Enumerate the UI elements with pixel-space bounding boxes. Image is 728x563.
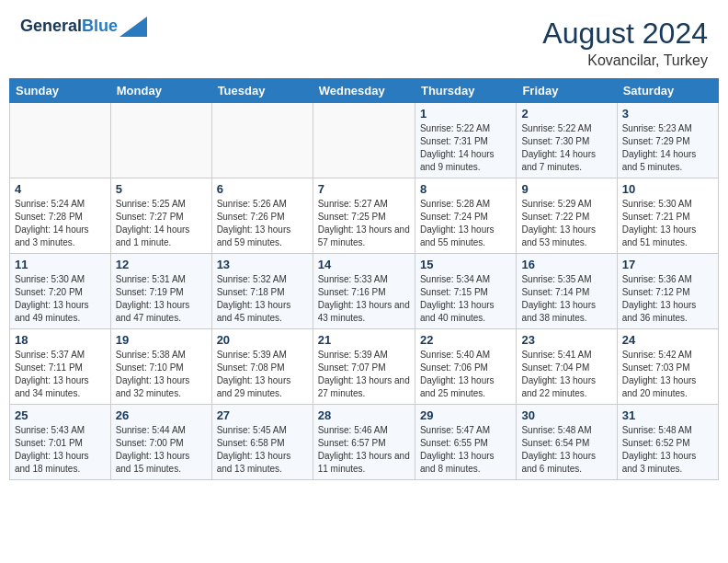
table-row: 26 Sunrise: 5:44 AMSunset: 7:00 PMDaylig… [110,405,211,480]
table-row: 27 Sunrise: 5:45 AMSunset: 6:58 PMDaylig… [211,405,313,480]
table-row: 4 Sunrise: 5:24 AMSunset: 7:28 PMDayligh… [10,178,111,254]
day-info: Sunrise: 5:32 AMSunset: 7:18 PMDaylight:… [217,273,308,325]
day-number: 18 [15,333,106,347]
day-number: 6 [217,182,308,196]
col-saturday: Saturday [617,79,718,103]
day-number: 20 [217,333,308,347]
day-number: 30 [521,408,611,422]
day-number: 25 [15,408,106,422]
day-info: Sunrise: 5:48 AMSunset: 6:52 PMDaylight:… [622,424,713,476]
day-number: 13 [217,258,308,271]
day-info: Sunrise: 5:40 AMSunset: 7:06 PMDaylight:… [420,349,511,400]
day-info: Sunrise: 5:38 AMSunset: 7:10 PMDaylight:… [116,349,207,400]
day-info: Sunrise: 5:26 AMSunset: 7:26 PMDaylight:… [217,198,308,249]
location: Kovancilar, Turkey [542,52,708,69]
table-row: 17 Sunrise: 5:36 AMSunset: 7:12 PMDaylig… [617,254,718,329]
day-info: Sunrise: 5:39 AMSunset: 7:08 PMDaylight:… [217,349,308,400]
table-row: 23 Sunrise: 5:41 AMSunset: 7:04 PMDaylig… [517,329,617,405]
table-row: 29 Sunrise: 5:47 AMSunset: 6:55 PMDaylig… [415,405,516,480]
table-row: 12 Sunrise: 5:31 AMSunset: 7:19 PMDaylig… [110,254,211,329]
day-info: Sunrise: 5:41 AMSunset: 7:04 PMDaylight:… [521,349,611,400]
table-row: 19 Sunrise: 5:38 AMSunset: 7:10 PMDaylig… [110,329,211,405]
col-thursday: Thursday [415,79,516,103]
day-info: Sunrise: 5:34 AMSunset: 7:15 PMDaylight:… [420,273,511,325]
month-year: August 2024 [542,17,708,51]
table-row: 21 Sunrise: 5:39 AMSunset: 7:07 PMDaylig… [313,329,415,405]
calendar-week-row: 1 Sunrise: 5:22 AMSunset: 7:31 PMDayligh… [10,103,719,178]
day-number: 23 [521,333,611,347]
table-row: 30 Sunrise: 5:48 AMSunset: 6:54 PMDaylig… [517,405,617,480]
calendar-week-row: 18 Sunrise: 5:37 AMSunset: 7:11 PMDaylig… [10,329,719,405]
table-row: 8 Sunrise: 5:28 AMSunset: 7:24 PMDayligh… [415,178,516,254]
table-row: 10 Sunrise: 5:30 AMSunset: 7:21 PMDaylig… [617,178,718,254]
day-info: Sunrise: 5:22 AMSunset: 7:30 PMDaylight:… [521,122,611,174]
calendar-week-row: 11 Sunrise: 5:30 AMSunset: 7:20 PMDaylig… [10,254,719,329]
logo-icon [119,17,147,37]
day-info: Sunrise: 5:30 AMSunset: 7:20 PMDaylight:… [15,273,106,325]
day-number: 4 [15,182,106,196]
table-row: 22 Sunrise: 5:40 AMSunset: 7:06 PMDaylig… [415,329,516,405]
day-number: 2 [521,107,611,121]
title-block: August 2024 Kovancilar, Turkey [542,17,708,69]
day-number: 27 [217,408,308,422]
day-info: Sunrise: 5:44 AMSunset: 7:00 PMDaylight:… [116,424,207,476]
day-info: Sunrise: 5:24 AMSunset: 7:28 PMDaylight:… [15,198,106,249]
table-row: 11 Sunrise: 5:30 AMSunset: 7:20 PMDaylig… [10,254,111,329]
table-row [313,103,415,178]
col-friday: Friday [517,79,617,103]
day-number: 5 [116,182,207,196]
day-number: 8 [420,182,511,196]
calendar-table: Sunday Monday Tuesday Wednesday Thursday… [9,78,719,480]
calendar-week-row: 4 Sunrise: 5:24 AMSunset: 7:28 PMDayligh… [10,178,719,254]
day-number: 28 [318,408,410,422]
day-info: Sunrise: 5:27 AMSunset: 7:25 PMDaylight:… [318,198,410,249]
day-info: Sunrise: 5:43 AMSunset: 7:01 PMDaylight:… [15,424,106,476]
day-info: Sunrise: 5:30 AMSunset: 7:21 PMDaylight:… [622,198,713,249]
day-number: 29 [420,408,511,422]
day-info: Sunrise: 5:42 AMSunset: 7:03 PMDaylight:… [622,349,713,400]
table-row: 31 Sunrise: 5:48 AMSunset: 6:52 PMDaylig… [617,405,718,480]
table-row: 7 Sunrise: 5:27 AMSunset: 7:25 PMDayligh… [313,178,415,254]
table-row: 9 Sunrise: 5:29 AMSunset: 7:22 PMDayligh… [517,178,617,254]
table-row: 14 Sunrise: 5:33 AMSunset: 7:16 PMDaylig… [313,254,415,329]
day-info: Sunrise: 5:48 AMSunset: 6:54 PMDaylight:… [521,424,611,476]
day-info: Sunrise: 5:46 AMSunset: 6:57 PMDaylight:… [318,424,410,476]
day-info: Sunrise: 5:31 AMSunset: 7:19 PMDaylight:… [116,273,207,325]
col-tuesday: Tuesday [211,79,313,103]
day-info: Sunrise: 5:47 AMSunset: 6:55 PMDaylight:… [420,424,511,476]
day-number: 1 [420,107,511,121]
logo: GeneralBlue [20,17,147,37]
table-row: 16 Sunrise: 5:35 AMSunset: 7:14 PMDaylig… [517,254,617,329]
table-row: 24 Sunrise: 5:42 AMSunset: 7:03 PMDaylig… [617,329,718,405]
day-info: Sunrise: 5:23 AMSunset: 7:29 PMDaylight:… [622,122,713,174]
day-number: 31 [622,408,713,422]
table-row: 13 Sunrise: 5:32 AMSunset: 7:18 PMDaylig… [211,254,313,329]
day-info: Sunrise: 5:37 AMSunset: 7:11 PMDaylight:… [15,349,106,400]
day-number: 22 [420,333,511,347]
day-number: 26 [116,408,207,422]
day-info: Sunrise: 5:35 AMSunset: 7:14 PMDaylight:… [521,273,611,325]
col-wednesday: Wednesday [313,79,415,103]
day-number: 21 [318,333,410,347]
svg-marker-0 [119,17,147,37]
table-row: 3 Sunrise: 5:23 AMSunset: 7:29 PMDayligh… [617,103,718,178]
page-header: GeneralBlue August 2024 Kovancilar, Turk… [9,9,719,73]
day-info: Sunrise: 5:22 AMSunset: 7:31 PMDaylight:… [420,122,511,174]
day-number: 7 [318,182,410,196]
col-monday: Monday [110,79,211,103]
table-row: 2 Sunrise: 5:22 AMSunset: 7:30 PMDayligh… [517,103,617,178]
col-sunday: Sunday [10,79,111,103]
day-info: Sunrise: 5:29 AMSunset: 7:22 PMDaylight:… [521,198,611,249]
day-info: Sunrise: 5:45 AMSunset: 6:58 PMDaylight:… [217,424,308,476]
day-number: 11 [15,258,106,271]
table-row: 28 Sunrise: 5:46 AMSunset: 6:57 PMDaylig… [313,405,415,480]
day-number: 24 [622,333,713,347]
header-row: Sunday Monday Tuesday Wednesday Thursday… [10,79,719,103]
table-row: 18 Sunrise: 5:37 AMSunset: 7:11 PMDaylig… [10,329,111,405]
day-number: 3 [622,107,713,121]
table-row [110,103,211,178]
day-number: 15 [420,258,511,271]
table-row: 5 Sunrise: 5:25 AMSunset: 7:27 PMDayligh… [110,178,211,254]
day-number: 14 [318,258,410,271]
table-row [10,103,111,178]
